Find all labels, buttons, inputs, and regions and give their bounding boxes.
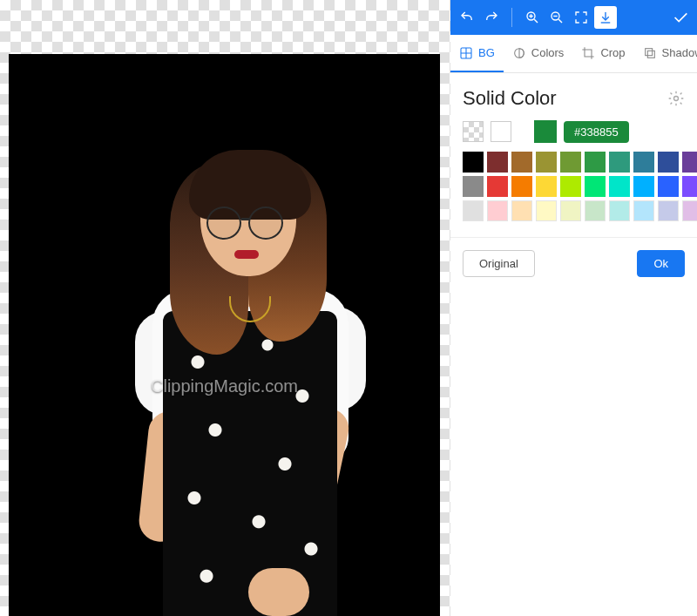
tab-colors-label: Colors bbox=[531, 46, 565, 59]
image-frame[interactable]: ClippingMagic.com bbox=[9, 54, 440, 616]
undo-icon[interactable] bbox=[456, 6, 478, 29]
swatch-custom-color[interactable] bbox=[534, 120, 557, 143]
grid-icon bbox=[459, 46, 473, 60]
palette-color[interactable] bbox=[487, 176, 508, 197]
tab-colors[interactable]: Colors bbox=[504, 35, 573, 72]
fit-screen-icon[interactable] bbox=[570, 6, 592, 29]
svg-point-6 bbox=[674, 97, 679, 101]
tab-crop[interactable]: Crop bbox=[572, 35, 633, 72]
palette-color[interactable] bbox=[560, 200, 581, 221]
top-toolbar bbox=[450, 0, 697, 35]
tab-shadows-label: Shadows bbox=[662, 46, 697, 59]
palette-color[interactable] bbox=[487, 200, 508, 221]
swatch-transparent[interactable] bbox=[463, 121, 484, 142]
palette-color[interactable] bbox=[658, 152, 679, 173]
palette-color[interactable] bbox=[658, 176, 679, 197]
palette-color[interactable] bbox=[585, 176, 606, 197]
palette-color[interactable] bbox=[463, 152, 484, 173]
palette-color[interactable] bbox=[609, 176, 630, 197]
side-panel: BG Colors Crop Shadows Solid Color bbox=[450, 0, 697, 616]
palette-color[interactable] bbox=[609, 200, 630, 221]
palette-color[interactable] bbox=[511, 152, 532, 173]
zoom-in-icon[interactable] bbox=[521, 6, 544, 29]
tab-bg[interactable]: BG bbox=[450, 35, 504, 72]
canvas-area[interactable]: ClippingMagic.com bbox=[0, 0, 450, 616]
palette-color[interactable] bbox=[560, 176, 581, 197]
shadows-icon bbox=[643, 46, 657, 60]
svg-rect-4 bbox=[645, 48, 652, 55]
palette-color[interactable] bbox=[682, 176, 697, 197]
palette-color[interactable] bbox=[511, 200, 532, 221]
tab-crop-label: Crop bbox=[600, 46, 625, 59]
palette-color[interactable] bbox=[487, 152, 508, 173]
preset-row: #338855 bbox=[463, 120, 685, 143]
palette-color[interactable] bbox=[560, 152, 581, 173]
tabs-bar: BG Colors Crop Shadows bbox=[450, 35, 697, 73]
section-title: Solid Color bbox=[463, 87, 557, 110]
palette-color[interactable] bbox=[536, 200, 557, 221]
panel-footer: Original Ok bbox=[450, 237, 697, 289]
palette-color[interactable] bbox=[511, 176, 532, 197]
palette-color[interactable] bbox=[463, 200, 484, 221]
hex-chip[interactable]: #338855 bbox=[564, 121, 629, 143]
palette-color[interactable] bbox=[585, 152, 606, 173]
tab-shadows[interactable]: Shadows bbox=[634, 35, 697, 72]
download-icon[interactable] bbox=[594, 6, 617, 29]
palette-color[interactable] bbox=[609, 152, 630, 173]
svg-rect-5 bbox=[647, 51, 654, 58]
original-button[interactable]: Original bbox=[463, 250, 535, 277]
palette-color[interactable] bbox=[463, 176, 484, 197]
subject-figure bbox=[144, 159, 388, 616]
contrast-icon bbox=[512, 46, 526, 60]
color-palette bbox=[463, 152, 685, 221]
zoom-out-icon[interactable] bbox=[545, 6, 568, 29]
tab-bg-label: BG bbox=[478, 46, 495, 59]
palette-color[interactable] bbox=[682, 200, 697, 221]
palette-color[interactable] bbox=[633, 176, 654, 197]
palette-color[interactable] bbox=[682, 152, 697, 173]
palette-color[interactable] bbox=[633, 200, 654, 221]
gear-icon[interactable] bbox=[667, 90, 685, 107]
confirm-icon[interactable] bbox=[669, 6, 692, 29]
palette-color[interactable] bbox=[536, 152, 557, 173]
palette-color[interactable] bbox=[658, 200, 679, 221]
palette-color[interactable] bbox=[536, 176, 557, 197]
crop-icon bbox=[581, 46, 595, 60]
palette-color[interactable] bbox=[633, 152, 654, 173]
swatch-white[interactable] bbox=[491, 121, 511, 142]
redo-icon[interactable] bbox=[480, 6, 503, 29]
bg-section: Solid Color #338855 bbox=[450, 73, 697, 230]
ok-button[interactable]: Ok bbox=[637, 250, 685, 277]
palette-color[interactable] bbox=[585, 200, 606, 221]
